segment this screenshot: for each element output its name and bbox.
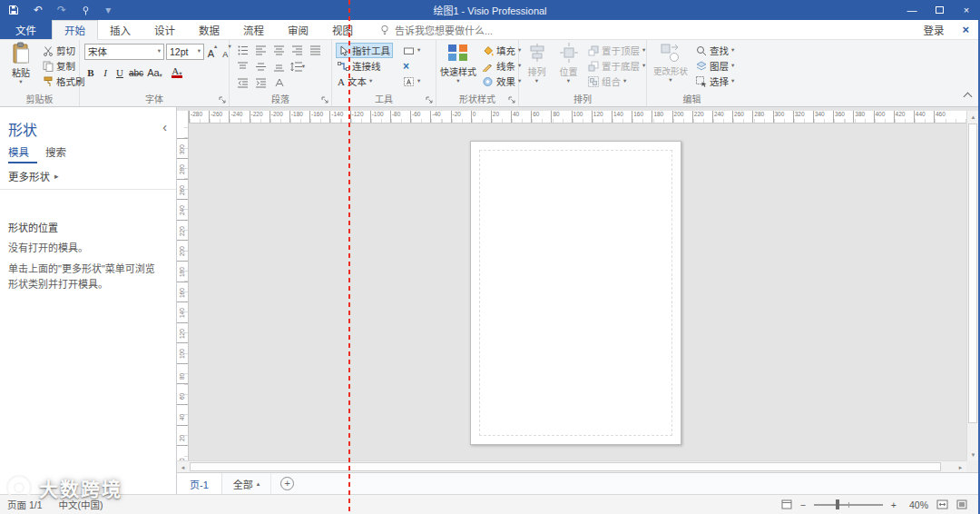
rotate-text-button[interactable] — [271, 75, 288, 91]
rectangle-icon — [403, 45, 415, 56]
dialog-launcher-icon[interactable] — [321, 96, 329, 104]
tab-review[interactable]: 审阅 — [276, 20, 320, 39]
ribbon-group-tools: 指针工具 连接线 A 文本 ▾ ▾ × — [332, 40, 436, 106]
bring-to-front-button[interactable]: 置于顶层 ▾ — [586, 43, 647, 58]
bold-button[interactable]: B — [84, 63, 97, 78]
tab-data[interactable]: 数据 — [187, 20, 231, 39]
dialog-launcher-icon[interactable] — [426, 96, 434, 104]
position-button[interactable]: 位置 ▾ — [554, 42, 583, 84]
text-tool-button[interactable]: A 文本 ▾ — [336, 74, 393, 89]
dialog-launcher-icon[interactable] — [219, 96, 227, 104]
change-shape-button[interactable]: 更改形状 ▾ — [650, 42, 691, 84]
group-label-paragraph: 段落 — [230, 92, 331, 105]
fullscreen-icon[interactable] — [956, 499, 967, 509]
group-button[interactable]: 组合 ▾ — [586, 74, 647, 89]
tab-stencils[interactable]: 模具 — [8, 143, 37, 163]
language-indicator[interactable]: 中文(中国) — [59, 498, 103, 511]
rectangle-tool-button[interactable]: ▾ — [401, 43, 422, 58]
line-button[interactable]: 线条 ▾ — [480, 58, 523, 74]
effects-button[interactable]: 效果 ▾ — [480, 74, 523, 89]
save-icon[interactable] — [8, 5, 19, 15]
add-page-button[interactable]: + — [280, 477, 294, 490]
tab-view[interactable]: 视图 — [320, 20, 365, 39]
maximize-icon[interactable] — [926, 0, 953, 20]
close-document-icon[interactable]: × — [962, 23, 969, 36]
tab-design[interactable]: 设计 — [142, 20, 187, 39]
sign-in-button[interactable]: 登录 — [923, 23, 944, 37]
minimize-icon[interactable]: — — [898, 0, 926, 20]
tab-insert[interactable]: 插入 — [98, 20, 142, 39]
increase-indent-button[interactable] — [253, 75, 270, 91]
tab-search[interactable]: 搜索 — [45, 143, 74, 163]
page-info[interactable]: 页面 1/1 — [7, 498, 43, 511]
send-to-back-button[interactable]: 置于底层 ▾ — [586, 58, 647, 74]
justify-button[interactable] — [308, 43, 324, 58]
layers-button[interactable]: 图层 ▾ — [694, 58, 736, 74]
tab-process[interactable]: 流程 — [231, 20, 276, 39]
tab-home[interactable]: 开始 — [52, 20, 98, 40]
underline-button[interactable]: U — [113, 63, 126, 78]
drawing-viewport[interactable]: 3002802602402202001801601401201008060402… — [177, 124, 966, 460]
position-icon — [559, 42, 579, 64]
paste-icon — [11, 42, 32, 64]
ribbon-group-shape-styles: 快速样式 ▾ 填充 ▾ 线条 ▾ 效果 ▾ — [436, 40, 519, 106]
dialog-launcher-icon[interactable] — [508, 96, 516, 104]
tab-file[interactable]: 文件 — [0, 20, 52, 39]
line-spacing-button[interactable]: ▾ — [289, 59, 306, 74]
zoom-slider[interactable] — [814, 499, 883, 510]
decrease-indent-button[interactable] — [235, 75, 251, 91]
find-button[interactable]: 查找 ▾ — [694, 43, 736, 58]
fit-page-icon[interactable] — [936, 499, 948, 509]
dropdown-icon: ▾ — [642, 63, 645, 69]
align-right-button[interactable] — [289, 43, 306, 58]
zoom-level[interactable]: 40% — [905, 499, 928, 510]
text-block-tool-button[interactable]: ▾ — [401, 74, 422, 89]
touch-mode-icon[interactable] — [81, 5, 91, 15]
connection-point-tool-button[interactable]: × — [401, 58, 422, 74]
undo-icon[interactable]: ↶ — [34, 0, 43, 20]
zoom-out-button[interactable]: − — [800, 499, 806, 510]
quick-styles-button[interactable]: 快速样式 ▾ — [438, 42, 478, 84]
horizontal-scroll-thumb[interactable] — [190, 462, 941, 471]
customize-qat-icon[interactable]: ▾ — [105, 0, 111, 20]
zoom-in-button[interactable]: + — [891, 499, 897, 510]
drawing-page[interactable] — [470, 141, 681, 445]
font-family-select[interactable]: 宋体▾ — [84, 44, 164, 60]
italic-button[interactable]: I — [99, 63, 112, 78]
horizontal-ruler[interactable]: -280-260-240-220-200-180-160-140-120-100… — [177, 111, 966, 124]
all-pages-button[interactable]: 全部 ▴ — [222, 473, 272, 494]
switch-windows-icon[interactable] — [781, 499, 792, 509]
redo-icon[interactable]: ↷ — [57, 0, 66, 20]
dropdown-icon: ▾ — [669, 77, 671, 84]
vertical-scroll-thumb[interactable] — [968, 124, 977, 423]
paste-button[interactable]: 粘贴 ▾ — [4, 42, 38, 85]
font-size-select[interactable]: 12pt▾ — [166, 44, 204, 60]
align-button[interactable]: 排列 ▾ — [522, 42, 552, 84]
page-tab-1[interactable]: 页-1 — [177, 473, 222, 494]
tell-me-box[interactable]: 告诉我您想要做什么... — [379, 20, 493, 39]
close-icon[interactable]: × — [953, 0, 980, 20]
collapse-panel-icon[interactable]: ‹ — [162, 120, 167, 134]
ruler-tick: -120 — [350, 111, 364, 123]
change-case-button[interactable]: Aa▾ — [146, 63, 163, 78]
grow-font-button[interactable]: A▴ — [206, 44, 219, 59]
font-color-button[interactable]: A▾ — [171, 63, 183, 78]
vertical-ruler[interactable]: 3002802602402202001801601401201008060402… — [177, 124, 189, 460]
align-bottom-button[interactable] — [271, 59, 288, 74]
horizontal-scrollbar[interactable]: ◄ ► — [177, 460, 966, 472]
zoom-slider-thumb[interactable] — [836, 499, 839, 509]
align-left-button[interactable] — [253, 43, 270, 58]
bullets-button[interactable] — [235, 43, 251, 58]
collapse-ribbon-icon[interactable] — [964, 93, 973, 102]
align-middle-button[interactable] — [253, 59, 270, 74]
select-button[interactable]: 选择 ▾ — [694, 74, 736, 89]
pointer-tool-button[interactable]: 指针工具 — [336, 43, 393, 58]
align-center-button[interactable] — [271, 43, 288, 58]
ruler-tick: -280 — [189, 111, 202, 123]
vertical-scrollbar[interactable]: ▲ ▼ — [966, 111, 978, 460]
strikethrough-button[interactable]: abc — [128, 63, 144, 78]
fill-button[interactable]: 填充 ▾ — [480, 43, 523, 58]
align-top-button[interactable] — [235, 59, 251, 74]
connector-tool-button[interactable]: 连接线 — [336, 58, 393, 74]
more-shapes-button[interactable]: 更多形状 ▸ — [8, 169, 59, 183]
